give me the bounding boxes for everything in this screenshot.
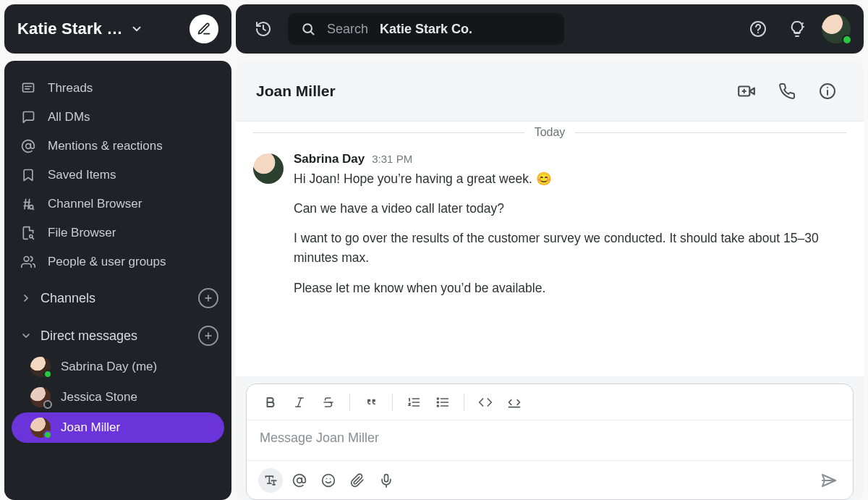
send-button[interactable] xyxy=(817,468,841,493)
strikethrough-button[interactable] xyxy=(316,390,341,415)
search-label: Search xyxy=(327,22,368,37)
sidebar-item-threads[interactable]: Threads xyxy=(4,74,231,103)
search-icon xyxy=(301,22,315,36)
code-block-button[interactable] xyxy=(502,390,527,415)
sidebar-item-mentions[interactable]: Mentions & reactions xyxy=(4,132,231,161)
section-title: Channels xyxy=(41,291,191,306)
search-input[interactable]: Search Katie Stark Co. xyxy=(288,13,564,45)
message-time: 3:31 PM xyxy=(372,153,412,165)
dms-section-header[interactable]: Direct messages xyxy=(4,314,231,352)
attach-button[interactable] xyxy=(345,468,370,493)
file-search-icon xyxy=(20,226,36,240)
chevron-right-icon xyxy=(20,292,33,304)
search-scope: Katie Stark Co. xyxy=(380,22,472,37)
sidebar-item-channel-browser[interactable]: Channel Browser xyxy=(4,190,231,219)
avatar xyxy=(30,418,51,438)
svg-rect-52 xyxy=(385,474,388,481)
workspace-switcher[interactable]: Katie Stark … xyxy=(4,4,231,54)
add-dm-button[interactable] xyxy=(198,326,218,346)
svg-line-20 xyxy=(311,32,314,35)
chevron-down-icon xyxy=(20,330,33,342)
svg-line-18 xyxy=(263,29,265,30)
bold-button[interactable] xyxy=(258,390,283,415)
message-line: Can we have a video call later today? xyxy=(294,199,846,219)
svg-line-9 xyxy=(33,208,34,210)
call-button[interactable] xyxy=(771,75,803,107)
at-sign-icon xyxy=(20,139,36,153)
workspace-name: Katie Stark … xyxy=(17,20,123,38)
sidebar-item-people[interactable]: People & user groups xyxy=(4,247,231,276)
date-label: Today xyxy=(535,126,566,139)
sidebar-item-label: Channel Browser xyxy=(48,197,142,211)
svg-line-32 xyxy=(298,398,302,407)
code-button[interactable] xyxy=(473,390,498,415)
dm-name: Joan Miller xyxy=(61,420,120,435)
dm-item-joan-miller[interactable]: Joan Miller xyxy=(12,412,224,443)
dm-item-jessica-stone[interactable]: Jessica Stone xyxy=(12,382,224,412)
composer-area: Message Joan Miller xyxy=(236,376,864,500)
threads-icon xyxy=(20,81,36,96)
sidebar-item-label: People & user groups xyxy=(48,255,166,269)
conversation-header: Joan Miller xyxy=(236,61,864,122)
sidebar-item-file-browser[interactable]: File Browser xyxy=(4,219,231,247)
dm-icon xyxy=(20,110,36,124)
dm-name: Sabrina Day (me) xyxy=(61,360,157,374)
add-video-button[interactable] xyxy=(731,75,762,107)
mention-button[interactable] xyxy=(287,468,312,493)
sidebar-item-label: All DMs xyxy=(48,110,90,124)
message-line: Please let me know when you’d be availab… xyxy=(294,279,846,298)
presence-online-icon xyxy=(842,35,852,45)
composer-actions xyxy=(247,460,853,499)
svg-line-6 xyxy=(25,199,26,208)
format-toggle-button[interactable] xyxy=(258,468,283,493)
avatar xyxy=(30,357,51,377)
sidebar-item-saved[interactable]: Saved Items xyxy=(4,161,231,190)
date-divider: Today xyxy=(253,126,846,139)
svg-point-41 xyxy=(437,402,438,403)
history-button[interactable] xyxy=(249,14,278,43)
section-title: Direct messages xyxy=(41,329,191,344)
svg-point-12 xyxy=(24,257,29,262)
svg-point-49 xyxy=(323,474,335,486)
current-user-avatar[interactable] xyxy=(822,14,851,43)
topbar: Search Katie Stark Co. xyxy=(236,4,864,54)
dm-item-sabrina-day[interactable]: Sabrina Day (me) xyxy=(12,352,224,382)
message-list[interactable]: Today Sabrina Day 3:31 PM Hi Joan! Hope … xyxy=(236,122,864,376)
people-icon xyxy=(20,255,36,269)
conversation-panel: Joan Miller Today Sabrina Day xyxy=(236,61,864,500)
dm-name: Jessica Stone xyxy=(61,390,137,404)
audio-button[interactable] xyxy=(374,468,399,493)
composer: Message Joan Miller xyxy=(246,384,854,500)
chevron-down-icon xyxy=(130,22,143,35)
quote-button[interactable] xyxy=(359,390,383,415)
bullet-list-button[interactable] xyxy=(430,390,455,415)
add-channel-button[interactable] xyxy=(198,288,218,308)
emoji-button[interactable] xyxy=(316,468,341,493)
sidebar-item-all-dms[interactable]: All DMs xyxy=(4,103,231,132)
message: Sabrina Day 3:31 PM Hi Joan! Hope you’re… xyxy=(253,152,846,302)
channels-section-header[interactable]: Channels xyxy=(4,276,231,314)
ordered-list-button[interactable] xyxy=(401,390,426,415)
info-button[interactable] xyxy=(812,75,843,107)
conversation-title: Joan Miller xyxy=(256,82,336,100)
help-button[interactable] xyxy=(744,14,773,43)
message-author: Sabrina Day xyxy=(294,152,365,166)
toolbar-divider xyxy=(392,394,393,411)
sidebar-item-label: File Browser xyxy=(48,226,116,240)
sidebar-item-label: Threads xyxy=(48,81,93,96)
avatar xyxy=(253,153,284,184)
presence-online-icon xyxy=(43,431,52,439)
presence-online-icon xyxy=(43,370,52,378)
tips-button[interactable] xyxy=(783,14,812,43)
toolbar-divider xyxy=(349,394,350,411)
message-line: Hi Joan! Hope you’re having a great week… xyxy=(294,169,846,189)
bookmark-icon xyxy=(20,168,36,182)
svg-rect-0 xyxy=(23,83,34,92)
toolbar-divider xyxy=(464,394,464,411)
compose-button[interactable] xyxy=(190,14,218,43)
italic-button[interactable] xyxy=(287,390,312,415)
avatar xyxy=(30,387,51,407)
sidebar: Threads All DMs Mentions & reactions Sav… xyxy=(4,61,231,500)
svg-point-42 xyxy=(437,405,438,407)
message-input[interactable]: Message Joan Miller xyxy=(247,420,853,460)
